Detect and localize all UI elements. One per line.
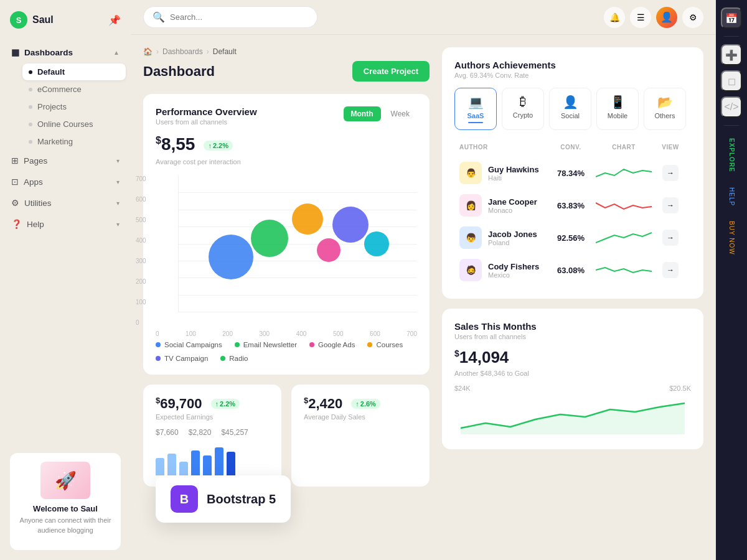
nav-dot: [29, 123, 32, 126]
sidebar-item-projects[interactable]: Projects: [22, 98, 126, 115]
notification-button[interactable]: 🔔: [604, 7, 625, 28]
sidebar-item-online-courses[interactable]: Online Courses: [22, 116, 126, 133]
bubble-ads: [292, 203, 323, 235]
search-box[interactable]: 🔍: [143, 6, 317, 28]
sales-chart-svg: [454, 397, 691, 434]
cat-tab-saas[interactable]: 💻 SaaS: [454, 88, 497, 130]
earnings-val2: $2,820: [189, 428, 212, 437]
legend-email-label: Email Newsletter: [243, 341, 297, 348]
sidebar-projects-label: Projects: [37, 102, 67, 111]
breadcrumb: 🏠 › Dashboards › Default: [143, 47, 430, 56]
chevron-down-icon: ▾: [116, 200, 120, 207]
breadcrumb-sep2: ›: [207, 47, 209, 56]
author-avatar-3: 👦: [459, 226, 482, 249]
mini-bar: [215, 447, 223, 475]
code-icon-button[interactable]: </>: [721, 96, 742, 118]
explore-label[interactable]: Explore: [728, 133, 735, 177]
view-button-1[interactable]: →: [662, 165, 679, 181]
help-icon: ❓: [11, 219, 22, 229]
metric-row: $8,55 2.2%: [156, 134, 417, 157]
author-view-4: →: [655, 262, 686, 278]
sparkline-4: [596, 261, 652, 279]
cat-tab-social[interactable]: 👤 Social: [549, 88, 591, 130]
mini-bar: [203, 455, 212, 475]
sidebar-item-utilities[interactable]: ⚙ Utilities ▾: [5, 193, 126, 213]
sidebar-footer: 🚀 Welcome to Saul Anyone can connect wit…: [0, 443, 131, 560]
cat-tab-crypto[interactable]: ₿ Crypto: [502, 88, 544, 130]
legend-dot: [367, 342, 372, 347]
author-info: 👨 Guy Hawkins Haiti: [459, 162, 549, 184]
sidebar-item-dashboards[interactable]: ▦ Dashboards ▲: [5, 42, 126, 62]
sidebar-item-pages[interactable]: ⊞ Pages ▾: [5, 151, 126, 170]
sidebar-item-help[interactable]: ❓ Help ▾: [5, 214, 126, 234]
author-country-1: Haiti: [488, 174, 539, 182]
nav-dot: [29, 88, 32, 91]
avatar[interactable]: 👤: [656, 7, 677, 28]
period-week-tab[interactable]: Week: [383, 106, 417, 121]
topbar: 🔍 🔔 ☰ 👤 ⚙: [131, 0, 716, 35]
social-icon: 👤: [563, 95, 578, 110]
cat-tab-others[interactable]: 📂 Others: [644, 88, 686, 130]
col-chart: CHART: [593, 144, 655, 151]
earnings-bar-chart: [156, 444, 269, 475]
view-button-2[interactable]: →: [662, 197, 679, 213]
tab-underline: [468, 122, 483, 123]
y-label: 100: [136, 299, 146, 306]
sidebar-pin-icon[interactable]: 📌: [108, 14, 121, 26]
sidebar-item-default[interactable]: Default: [22, 63, 126, 80]
search-input[interactable]: [170, 12, 308, 22]
buy-label[interactable]: Buy now: [728, 216, 735, 260]
sales-amount: $14,094: [454, 348, 509, 367]
authors-subtitle: Avg. 69.34% Conv. Rate: [454, 72, 691, 79]
nav-section: ▦ Dashboards ▲ Default eCommerce Project…: [0, 40, 131, 238]
page-header: Dashboard Create Project: [143, 61, 430, 82]
author-details: Jane Cooper Monaco: [488, 197, 537, 214]
author-chart-2: [593, 197, 655, 214]
author-avatar-4: 🧔: [459, 259, 482, 281]
logo-icon: S: [10, 11, 27, 29]
legend-dot: [156, 356, 161, 361]
perf-subtitle: Users from all channels: [156, 118, 257, 126]
daily-sales-value-row: $2,420 2.6%: [304, 396, 417, 412]
settings-button[interactable]: ⚙: [682, 7, 703, 28]
category-tabs: 💻 SaaS ₿ Crypto 👤 Social: [454, 88, 691, 130]
add-icon-button[interactable]: ➕: [721, 44, 742, 65]
right-panel: Authors Achievements Avg. 69.34% Conv. R…: [442, 47, 703, 548]
sidebar-item-apps[interactable]: ⊡ Apps ▾: [5, 172, 126, 192]
legend-dot: [220, 356, 225, 361]
author-country-3: Poland: [488, 239, 537, 246]
sidebar-utilities-label: Utilities: [24, 198, 52, 208]
earnings-breakdown: $7,660 $2,820 $45,257: [156, 428, 269, 437]
period-month-tab[interactable]: Month: [344, 106, 381, 121]
view-button-3[interactable]: →: [662, 230, 679, 246]
menu-button[interactable]: ☰: [630, 7, 651, 28]
sales-subtitle: Users from all channels: [454, 333, 691, 340]
breadcrumb-home-icon[interactable]: 🏠: [143, 47, 153, 56]
sidebar-item-marketing[interactable]: Marketing: [22, 133, 126, 150]
mini-bar: [156, 458, 164, 475]
author-conv-3: 92.56%: [549, 233, 593, 243]
create-project-button[interactable]: Create Project: [352, 61, 430, 82]
calendar-icon-button[interactable]: 📅: [721, 7, 742, 29]
breadcrumb-current: Default: [213, 47, 237, 56]
authors-title: Authors Achievements: [454, 60, 691, 70]
metric-badge: 2.2%: [204, 141, 233, 151]
breadcrumb-dashboards[interactable]: Dashboards: [162, 47, 203, 56]
sales-goal: Another $48,346 to Goal: [454, 370, 691, 377]
author-avatar-1: 👨: [459, 162, 482, 184]
sidebar-item-ecommerce[interactable]: eCommerce: [22, 81, 126, 98]
sales-value-row: $14,094: [454, 348, 691, 367]
bubble-chart: [178, 175, 417, 312]
cat-tab-mobile[interactable]: 📱 Mobile: [596, 88, 639, 130]
rs-divider2: [724, 125, 739, 126]
y-label: 500: [136, 217, 146, 223]
grid-icon-button[interactable]: ◻: [721, 70, 742, 91]
bootstrap-overlay: B Bootstrap 5: [156, 475, 291, 523]
currency-symbol: $: [156, 135, 161, 146]
author-conv-2: 63.83%: [549, 201, 593, 210]
help-label[interactable]: Help: [728, 182, 735, 211]
chart-legend: Social Campaigns Email Newsletter Google…: [156, 341, 417, 362]
author-name-3: Jacob Jones: [488, 230, 537, 239]
apps-icon: ⊡: [11, 177, 19, 187]
view-button-4[interactable]: →: [662, 262, 679, 278]
